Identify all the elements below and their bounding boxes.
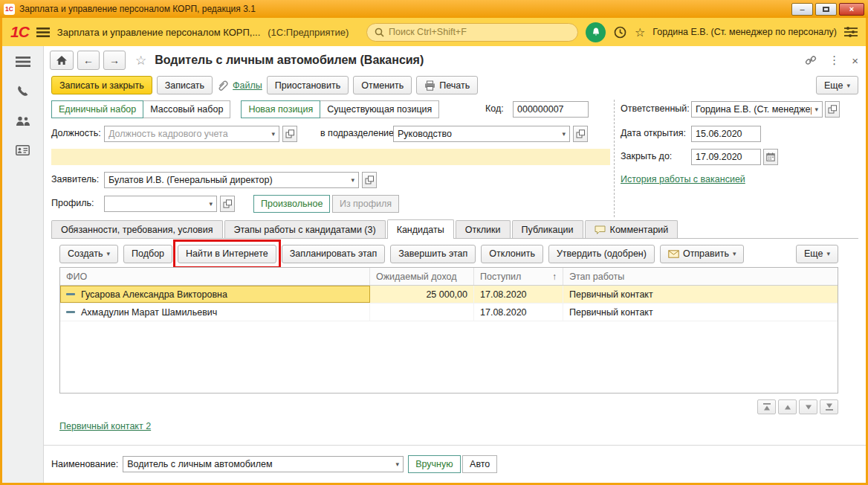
responsible-field[interactable]: Гордина Е.В. (Ст. менеджер п ▾ bbox=[691, 101, 823, 118]
scroll-to-bottom-button[interactable] bbox=[820, 399, 838, 414]
sidebar-menu-button[interactable] bbox=[16, 57, 30, 67]
selection-button[interactable]: Подбор bbox=[123, 245, 172, 263]
position-open-button[interactable] bbox=[282, 126, 297, 142]
get-link-button[interactable] bbox=[805, 54, 817, 66]
scroll-down-button[interactable] bbox=[799, 399, 817, 414]
current-user[interactable]: Гордина Е.В. (Ст. менеджер по персоналу) bbox=[652, 27, 837, 37]
cell-received[interactable]: 17.08.2020 bbox=[474, 303, 563, 321]
scroll-up-button[interactable] bbox=[778, 399, 797, 414]
dropdown-icon[interactable]: ▾ bbox=[396, 460, 400, 468]
close-date-field[interactable]: 17.09.2020 bbox=[691, 149, 761, 165]
home-button[interactable] bbox=[50, 51, 74, 70]
more-button-top[interactable]: Еще▾ bbox=[816, 76, 858, 94]
name-field[interactable]: Водитель с личным автомобилем ▾ bbox=[123, 456, 404, 472]
applicant-open-button[interactable] bbox=[362, 172, 377, 188]
more-button-candidates[interactable]: Еще▾ bbox=[796, 245, 838, 263]
close-window-button[interactable]: × bbox=[839, 3, 864, 16]
print-button[interactable]: Печать bbox=[416, 76, 478, 94]
dropdown-icon[interactable]: ▾ bbox=[562, 130, 566, 138]
1c-logo: 1С bbox=[10, 23, 29, 41]
arbitrary-toggle[interactable]: Произвольное bbox=[253, 195, 330, 213]
tab-responses[interactable]: Отклики bbox=[456, 220, 511, 239]
create-button[interactable]: Создать▾ bbox=[59, 245, 118, 263]
plan-stage-button[interactable]: Запланировать этап bbox=[282, 245, 386, 263]
profile-field[interactable]: ▾ bbox=[104, 196, 217, 212]
table-nav bbox=[757, 399, 838, 414]
minimize-button[interactable]: – bbox=[791, 3, 813, 16]
profile-open-button[interactable] bbox=[220, 196, 235, 212]
notifications-button[interactable] bbox=[586, 22, 606, 42]
tab-publications[interactable]: Публикации bbox=[512, 220, 583, 239]
auto-toggle[interactable]: Авто bbox=[462, 455, 497, 473]
position-field[interactable]: Должность кадрового учета ▾ bbox=[104, 126, 279, 142]
more-actions-button[interactable]: ⋮ bbox=[829, 54, 840, 67]
tab-stages[interactable]: Этапы работы с кандидатами (3) bbox=[224, 220, 386, 239]
send-button[interactable]: Отправить ▾ bbox=[660, 245, 745, 263]
new-position-toggle[interactable]: Новая позиция bbox=[241, 100, 320, 118]
single-set-toggle[interactable]: Единичный набор bbox=[51, 100, 143, 118]
dropdown-icon[interactable]: ▾ bbox=[271, 130, 275, 138]
applicant-field[interactable]: Булатов И.В. (Генеральный директор) ▾ bbox=[104, 172, 359, 188]
favorites-star-button[interactable]: ☆ bbox=[635, 25, 645, 39]
column-header-received[interactable]: Поступил↑ bbox=[474, 268, 563, 285]
save-and-close-button[interactable]: Записать и закрыть bbox=[51, 76, 152, 94]
sidebar-employees-button[interactable] bbox=[16, 116, 30, 127]
more-label: Еще bbox=[824, 80, 843, 91]
finish-stage-button[interactable]: Завершить этап bbox=[390, 245, 476, 263]
column-header-fio[interactable]: ФИО bbox=[60, 268, 370, 285]
cell-fio[interactable]: Ахмадулин Марат Шамильевич bbox=[60, 303, 370, 321]
cell-stage[interactable]: Первичный контакт bbox=[563, 286, 838, 303]
manual-toggle[interactable]: Вручную bbox=[408, 455, 460, 473]
history-button[interactable] bbox=[613, 25, 627, 39]
dropdown-icon[interactable]: ▾ bbox=[209, 200, 213, 208]
back-button[interactable]: ← bbox=[77, 51, 100, 70]
table-row[interactable]: Гусарова Александра Викторовна 25 000,00… bbox=[60, 286, 838, 303]
scroll-to-top-button[interactable] bbox=[757, 399, 776, 414]
tab-comment[interactable]: Комментарий bbox=[585, 220, 678, 239]
find-in-internet-button[interactable]: Найти в Интернете bbox=[178, 245, 276, 263]
department-open-button[interactable] bbox=[573, 126, 588, 142]
suspend-button[interactable]: Приостановить bbox=[267, 76, 349, 94]
tab-duties[interactable]: Обязанности, требования, условия bbox=[51, 220, 223, 239]
responsible-open-button[interactable] bbox=[825, 101, 840, 118]
sidebar-discussions-button[interactable] bbox=[16, 85, 30, 98]
files-link[interactable]: Файлы bbox=[233, 80, 262, 91]
dropdown-icon[interactable]: ▾ bbox=[351, 176, 354, 184]
sidebar-badge-button[interactable] bbox=[16, 145, 30, 155]
column-header-stage[interactable]: Этап работы bbox=[563, 268, 838, 285]
from-profile-toggle[interactable]: Из профиля bbox=[332, 195, 399, 213]
mass-set-toggle[interactable]: Массовый набор bbox=[143, 100, 230, 118]
vacancy-history-link[interactable]: История работы с вакансией bbox=[621, 174, 745, 184]
current-stage-link[interactable]: Первичный контакт 2 bbox=[59, 421, 151, 431]
save-button[interactable]: Записать bbox=[157, 76, 213, 94]
service-menu-button[interactable] bbox=[844, 27, 858, 37]
approve-button[interactable]: Утвердить (одобрен) bbox=[548, 245, 655, 263]
global-search-input[interactable]: Поиск Ctrl+Shift+F bbox=[366, 23, 578, 42]
reject-button[interactable]: Отклонить bbox=[481, 245, 543, 263]
empty-required-field[interactable] bbox=[51, 149, 610, 165]
close-date-calendar-button[interactable] bbox=[763, 149, 778, 165]
favorite-star-icon[interactable]: ☆ bbox=[135, 53, 146, 68]
cell-received[interactable]: 17.08.2020 bbox=[474, 286, 563, 303]
send-label: Отправить bbox=[683, 248, 729, 259]
cell-fio[interactable]: Гусарова Александра Викторовна bbox=[60, 286, 370, 303]
cell-income[interactable] bbox=[370, 303, 474, 321]
close-form-button[interactable]: × bbox=[852, 54, 858, 67]
main-menu-button[interactable] bbox=[36, 28, 50, 37]
cancel-button[interactable]: Отменить bbox=[353, 76, 412, 94]
column-header-income[interactable]: Ожидаемый доход bbox=[370, 268, 474, 285]
attach-button[interactable] bbox=[217, 80, 228, 91]
maximize-button[interactable] bbox=[815, 3, 837, 16]
department-value: Руководство bbox=[398, 129, 559, 139]
table-row[interactable]: Ахмадулин Марат Шамильевич 17.08.2020 Пе… bbox=[60, 303, 838, 321]
dropdown-icon[interactable]: ▾ bbox=[814, 106, 818, 113]
code-field[interactable]: 000000007 bbox=[513, 101, 589, 118]
open-date-field[interactable]: 15.06.2020 bbox=[691, 126, 761, 142]
code-label: Код: bbox=[485, 103, 504, 114]
cell-stage[interactable]: Первичный контакт bbox=[563, 303, 838, 321]
cell-income[interactable]: 25 000,00 bbox=[370, 286, 474, 303]
tab-candidates[interactable]: Кандидаты bbox=[387, 219, 454, 239]
forward-button[interactable]: → bbox=[103, 51, 126, 70]
existing-position-toggle[interactable]: Существующая позиция bbox=[320, 100, 439, 118]
department-field[interactable]: Руководство ▾ bbox=[393, 126, 570, 142]
